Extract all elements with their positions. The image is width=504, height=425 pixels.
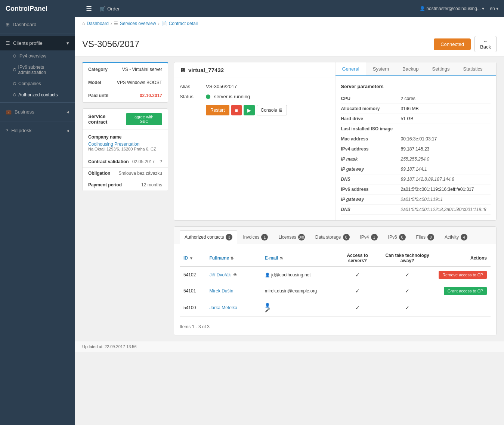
tab-licenses[interactable]: Licenses 0/0 bbox=[273, 230, 309, 244]
sidebar-item-dashboard[interactable]: ⊞ Dashboard bbox=[0, 17, 75, 32]
server-controls: Restart ■ ▶ Console 🖥 bbox=[206, 105, 330, 115]
clients-icon: ☰ bbox=[6, 40, 10, 46]
table-header: ID ▼ Fullname ⇅ E-mail ⇅ Access to serve… bbox=[180, 250, 491, 267]
tab-data-storage[interactable]: Data storage 0 bbox=[310, 230, 355, 244]
console-button[interactable]: Console 🖥 bbox=[257, 105, 287, 115]
tab-backup[interactable]: Backup bbox=[396, 62, 425, 76]
th-fullname[interactable]: Fullname ⇅ bbox=[206, 250, 261, 267]
vs-tabs: General System Backup Settings Statistic… bbox=[336, 62, 497, 76]
vs-header: 🖥 virtual_77432 bbox=[174, 62, 335, 78]
vs-left: Alias VS-3056/2017 Status server is runn… bbox=[174, 78, 336, 220]
th-access: Access to servers? bbox=[335, 250, 380, 267]
access-checkmark: ✓ bbox=[355, 272, 360, 278]
sidebar-item-authorized-contacts[interactable]: Authorized contacts bbox=[0, 89, 75, 100]
main-content: ⌂ Dashboard › ☰ Services overview › 📄 Co… bbox=[75, 17, 504, 425]
th-id[interactable]: ID ▼ bbox=[180, 250, 206, 267]
connected-button[interactable]: Connected bbox=[434, 38, 471, 50]
sidebar-item-companies[interactable]: Companies bbox=[0, 78, 75, 89]
items-info: Items 1 - 3 of 3 bbox=[174, 322, 496, 335]
cell-tech: ✓ bbox=[380, 267, 435, 283]
param-value-ipv6: 2a01:5f0:c001:119:216:3eff:fe01:317 bbox=[401, 187, 474, 192]
th-tech: Can take technology away? bbox=[380, 250, 435, 267]
agree-gbc-button[interactable]: agree with GBC bbox=[126, 113, 162, 125]
breadcrumb-dashboard[interactable]: Dashboard bbox=[87, 21, 109, 26]
company-name-value[interactable]: Coolhousing Presentation bbox=[88, 142, 162, 147]
tab-invoices[interactable]: Invoices 1 bbox=[238, 230, 273, 244]
sidebar-item-clients-profile[interactable]: ☰ Clients profile ▾ bbox=[0, 36, 75, 50]
cell-email: mirek.dusin@example.org bbox=[261, 283, 336, 299]
tech-checkmark: ✓ bbox=[405, 272, 409, 278]
breadcrumb-sep-2: › bbox=[158, 21, 160, 26]
tab-statistics[interactable]: Statistics bbox=[456, 62, 489, 76]
param-value-dns: 89.187.142.8,89.187.144.8 bbox=[401, 177, 454, 182]
sidebar-item-label: Business bbox=[15, 109, 34, 115]
sort-icon: ⇅ bbox=[280, 256, 283, 260]
status-label: Status bbox=[180, 94, 202, 99]
param-label-hdd: Hard drive bbox=[341, 116, 401, 121]
sidebar-item-business[interactable]: 💼 Business ◂ bbox=[0, 105, 75, 119]
grant-access-button[interactable]: Grant access to CP bbox=[444, 287, 487, 295]
order-nav[interactable]: 🛒 Order bbox=[99, 6, 120, 12]
person-icon: 👤 bbox=[265, 303, 332, 308]
back-button[interactable]: ← Back bbox=[474, 36, 497, 52]
language-selector[interactable]: en ▾ bbox=[490, 6, 498, 11]
stop-button[interactable]: ■ bbox=[231, 105, 242, 115]
sort-icon: ⇅ bbox=[231, 256, 234, 260]
list-icon: ☰ bbox=[114, 21, 118, 26]
footer-text: Updated at: 22.09.2017 13:56 bbox=[82, 344, 137, 349]
tab-activity[interactable]: Activity 4 bbox=[440, 230, 472, 244]
fullname-sort[interactable]: Fullname ⇅ bbox=[210, 255, 257, 261]
email-sort[interactable]: E-mail ⇅ bbox=[265, 255, 332, 261]
order-label: Order bbox=[107, 6, 120, 12]
sidebar-item-helpdesk[interactable]: ? Helpdesk ◂ bbox=[0, 123, 75, 138]
chevron-icon: ▾ bbox=[67, 40, 69, 46]
status-row: Status server is running bbox=[180, 94, 330, 99]
tab-files[interactable]: Files 0 bbox=[411, 230, 439, 244]
param-ipv4: IPv4 address 89.187.145.23 bbox=[341, 144, 491, 154]
dot-icon bbox=[13, 55, 16, 58]
obligation-label: Obligation bbox=[88, 171, 110, 176]
play-button[interactable]: ▶ bbox=[244, 105, 255, 115]
model-label: Model bbox=[88, 80, 101, 85]
cell-access: ✓ bbox=[335, 267, 380, 283]
tab-authorized-contacts[interactable]: Authorized contacts 3 bbox=[180, 230, 237, 244]
company-name-label: Company name bbox=[88, 134, 162, 140]
tab-general[interactable]: General bbox=[336, 62, 366, 76]
id-sort[interactable]: ID ▼ bbox=[183, 255, 202, 261]
tab-settings[interactable]: Settings bbox=[425, 62, 456, 76]
payment-value: 12 months bbox=[141, 182, 162, 187]
navbar: ControlPanel ☰ 🛒 Order 👤 hostmaster@cool… bbox=[0, 0, 504, 17]
cell-actions: Remove access to CP bbox=[435, 267, 491, 283]
sidebar-item-ipv4-overview[interactable]: IPv4 overview bbox=[0, 50, 75, 62]
tab-system[interactable]: System bbox=[366, 62, 396, 76]
tab-label: Authorized contacts bbox=[185, 235, 224, 240]
param-label-ipv4: IPv4 address bbox=[341, 146, 401, 152]
menu-icon[interactable]: ☰ bbox=[86, 4, 92, 13]
cell-actions: Grant access to CP bbox=[435, 283, 491, 299]
breadcrumb-services[interactable]: Services overview bbox=[120, 21, 156, 26]
service-row-payment: Payment period 12 months bbox=[83, 179, 168, 191]
sort-icon: ▼ bbox=[189, 256, 193, 260]
sidebar-sub-label: Companies bbox=[18, 81, 41, 86]
param-iso: Last installed ISO image bbox=[341, 124, 491, 134]
remove-access-button[interactable]: Remove access to CP bbox=[439, 271, 487, 279]
table-body: 54102 Jiří Dvořák 👁 👤 jd@coolhousing.net bbox=[180, 267, 491, 317]
tab-ipv6[interactable]: IPv6 0 bbox=[383, 230, 411, 244]
tab-label: Activity bbox=[445, 235, 459, 240]
cell-fullname: Mirek Dušín bbox=[206, 283, 261, 299]
param-label-ipmask: IP mask bbox=[341, 156, 401, 162]
fullname-link[interactable]: Jiří Dvořák bbox=[210, 272, 231, 277]
param-value-ipgw: 89.187.144.1 bbox=[401, 167, 427, 172]
th-email[interactable]: E-mail ⇅ bbox=[261, 250, 336, 267]
restart-button[interactable]: Restart bbox=[206, 105, 229, 115]
tab-badge: 1 bbox=[371, 234, 378, 241]
back-label: Back bbox=[480, 44, 491, 50]
eye-icon: 👁 bbox=[233, 273, 237, 277]
sidebar-item-ipv6-subnets[interactable]: IPv6 subnets administration bbox=[0, 62, 75, 78]
param-value-mac: 00:16:3e:01:03:17 bbox=[401, 136, 437, 142]
user-menu[interactable]: 👤 hostmaster@coolhousing... ▾ bbox=[420, 6, 484, 11]
tab-ipv4[interactable]: IPv4 1 bbox=[355, 230, 383, 244]
fullname-link[interactable]: Mirek Dušín bbox=[210, 288, 234, 294]
breadcrumb-contract[interactable]: Contract detail bbox=[169, 21, 198, 26]
fullname-link[interactable]: Jarka Metelka bbox=[210, 305, 238, 310]
